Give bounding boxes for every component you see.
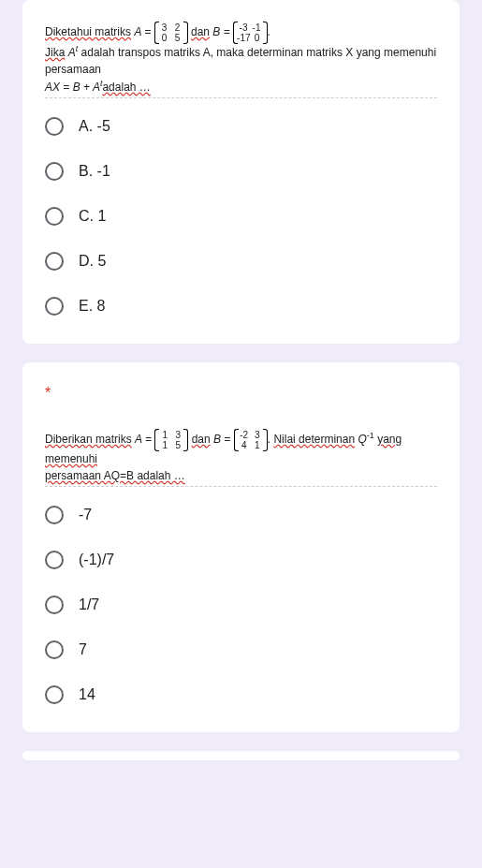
q1-option-a-label: A. -5 [79,118,110,135]
q2-line2: persamaan AQ=B adalah … [45,469,185,482]
question-1-text: Diketahui matriks A = 32 05 dan B = -3-1… [45,22,437,98]
q2-option-d-label: 7 [79,641,87,658]
q2-matrix-B: -23 41 [234,430,268,450]
q1-matrix-A: 32 05 [154,22,188,43]
question-card-1: Diketahui matriks A = 32 05 dan B = -3-1… [22,0,460,344]
q1-prefix: Diketahui matriks [45,25,131,38]
q2-option-b-label: (-1)/7 [79,552,114,568]
q2-suffix1: Nilai determinan [273,433,355,446]
q2-B-label: B = [213,433,230,446]
radio-icon [45,685,64,704]
q1-options: A. -5 B. -1 C. 1 D. 5 E. 8 [45,117,437,316]
q1-option-d-label: D. 5 [79,253,106,270]
q1-option-b-label: B. -1 [79,163,110,180]
q1-option-b[interactable]: B. -1 [45,162,437,181]
q2-option-e[interactable]: 14 [45,685,437,704]
q2-option-e-label: 14 [79,686,95,703]
q1-At: A [68,46,76,59]
radio-icon [45,252,64,271]
radio-icon [45,297,64,316]
q1-option-c-label: C. 1 [79,208,106,225]
q1-line2b: adalah transpos matriks A, maka determin… [45,46,436,76]
radio-icon [45,506,64,524]
q1-A-label: A = [134,25,151,38]
q2-A-label: A = [135,433,152,446]
q2-prefix: Diberikan matriks [45,433,132,446]
radio-icon [45,207,64,226]
radio-icon [45,640,64,659]
q2-dan: dan [192,433,211,446]
q2-option-c-label: 1/7 [79,596,99,613]
q2-option-b[interactable]: (-1)/7 [45,551,437,569]
q1-line2a: Jika [45,46,65,59]
radio-icon [45,117,64,136]
q1-option-e[interactable]: E. 8 [45,297,437,316]
q2-matrix-A: 13 15 [154,430,188,450]
q2-option-a[interactable]: -7 [45,506,437,524]
q2-options: -7 (-1)/7 1/7 7 14 [45,506,437,704]
q1-option-c[interactable]: C. 1 [45,207,437,226]
radio-icon [45,596,64,614]
q1-dan: dan [191,25,210,38]
q1-B-label: B = [212,25,229,38]
q1-option-e-label: E. 8 [79,298,105,315]
q1-option-d[interactable]: D. 5 [45,252,437,271]
question-card-3-peek [22,751,460,760]
q2-option-d[interactable]: 7 [45,640,437,659]
question-card-2: * Diberikan matriks A = 13 15 dan B = -2… [22,362,460,732]
q1-line3: AX = B + A [45,81,100,94]
q1-matrix-B: -3-1 -170 [233,22,267,43]
radio-icon [45,551,64,569]
q1-option-a[interactable]: A. -5 [45,117,437,136]
question-2-text: Diberikan matriks A = 13 15 dan B = -23 … [45,430,437,487]
q2-Q: Q [358,433,366,446]
required-asterisk: * [45,385,437,402]
radio-icon [45,162,64,181]
q2-option-c[interactable]: 1/7 [45,596,437,614]
q2-option-a-label: -7 [79,507,92,523]
